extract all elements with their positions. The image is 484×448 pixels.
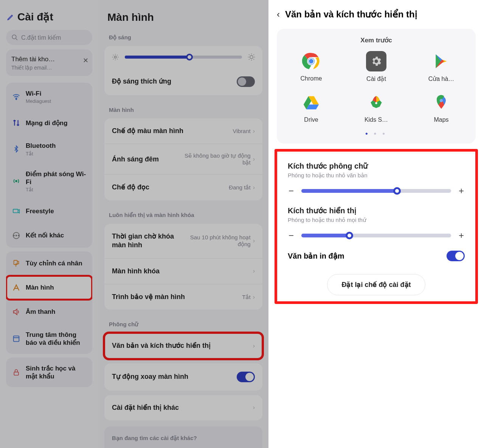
read-mode-row[interactable]: Chế độ đọc Đang tắt› (104, 174, 262, 200)
decrease-button[interactable]: − (288, 230, 295, 241)
sidebar-item-personalize[interactable]: Tùy chỉnh cá nhân (6, 251, 92, 276)
decrease-button[interactable]: − (288, 186, 295, 196)
freestyle-icon (12, 207, 20, 215)
kids-icon (366, 92, 386, 113)
sound-icon (12, 308, 20, 316)
display-size-slider-row: − + (288, 230, 465, 241)
section-aod: Luôn hiển thị và màn hình khóa (98, 205, 268, 222)
paint-icon (12, 259, 20, 268)
screen-timeout-row[interactable]: Thời gian chờ khóa màn hình Sau 10 phút … (104, 224, 262, 258)
panel-header: Màn hình (98, 0, 268, 27)
sidebar-item-sound[interactable]: Âm thanh (6, 300, 92, 324)
adaptive-brightness-row[interactable]: Độ sáng thích ứng (104, 68, 262, 95)
settings-sidebar: Cài đặt C.đặt tìm kiếm Thêm tài kho… Thi… (0, 0, 98, 448)
autorotate-row[interactable]: Tự động xoay màn hình (104, 363, 262, 391)
mobile-data-icon (12, 119, 20, 127)
adaptive-brightness-toggle[interactable] (237, 76, 255, 87)
sidebar-group-security: Sinh trắc học và mật khẩu (6, 358, 92, 388)
brightness-card: Độ sáng thích ứng (104, 46, 262, 95)
sidebar-item-notification-center[interactable]: Trung tâm thông báo và điều khiển (6, 324, 92, 354)
sidebar-group-network: Wi-FiMediaguest Mạng di động BluetoothTắ… (6, 83, 92, 248)
color-mode-row[interactable]: Chế độ màu màn hình Vibrant› (104, 118, 262, 144)
highlighted-settings-box: Kích thước phông chữ Phóng to hoặc thu n… (275, 149, 478, 304)
svg-point-12 (250, 56, 253, 59)
sun-small-icon (111, 53, 119, 61)
notification-icon (12, 335, 20, 343)
aod-card: Thời gian chờ khóa màn hình Sau 10 phút … (104, 224, 262, 310)
wifi-icon (12, 93, 20, 101)
preview-app-maps: Maps (422, 92, 460, 123)
display-size-title: Kích thước hiển thị (288, 206, 465, 215)
lockscreen-row[interactable]: Màn hình khóa › (104, 258, 262, 284)
brightness-slider-row (104, 46, 262, 68)
chevron-right-icon: › (253, 268, 255, 274)
preview-area: Xem trước Chrome Cài đặt Cửa hà… Drive K… (277, 29, 476, 144)
sidebar-item-bluetooth[interactable]: BluetoothTắt (6, 135, 92, 163)
night-light-row[interactable]: Ánh sáng đêm Sẽ không bao giờ tự động bậ… (104, 144, 262, 174)
sidebar-item-hotspot[interactable]: Điểm phát sóng Wi-FiTắt (6, 163, 92, 200)
chevron-right-icon: › (253, 184, 255, 191)
bold-text-toggle[interactable] (447, 251, 465, 261)
search-placeholder: C.đặt tìm kiếm (21, 34, 61, 41)
chevron-right-icon: › (253, 404, 255, 411)
svg-rect-10 (14, 372, 19, 375)
edit-icon (7, 13, 14, 21)
svg-point-19 (440, 99, 443, 102)
font-size-sub: Phóng to hoặc thu nhỏ văn bản (288, 172, 465, 179)
preview-app-chrome: Chrome (292, 51, 330, 82)
screensaver-row[interactable]: Trình bảo vệ màn hình Tắt› (104, 284, 262, 310)
other-display-card: Cài đặt hiển thị khác › (104, 395, 262, 420)
font-size-slider[interactable] (301, 189, 451, 193)
settings-icon (366, 51, 386, 71)
display-card: Chế độ màu màn hình Vibrant› Ánh sáng đê… (104, 118, 262, 200)
svg-point-1 (16, 99, 17, 99)
account-line2: Thiết lập email… (11, 65, 87, 71)
increase-button[interactable]: + (458, 230, 465, 241)
increase-button[interactable]: + (458, 186, 465, 196)
brightness-slider[interactable] (125, 56, 242, 59)
display-settings-panel: Màn hình Độ sáng Độ sáng thích ứng Màn h… (98, 0, 268, 448)
font-size-slider-row: − + (288, 186, 465, 196)
autorotate-toggle[interactable] (237, 372, 255, 382)
lock-icon (12, 368, 20, 377)
svg-rect-9 (14, 336, 19, 342)
text-display-size-row[interactable]: Văn bản và kích thước hiển thị › (104, 333, 262, 358)
display-size-slider[interactable] (301, 234, 451, 237)
display-size-sub: Phóng to hoặc thu nhỏ mọi thứ (288, 217, 465, 223)
other-display-row[interactable]: Cài đặt hiển thị khác › (104, 395, 262, 420)
chevron-right-icon: › (253, 343, 255, 349)
sidebar-item-freestyle[interactable]: Freestyle (6, 199, 92, 223)
chevron-right-icon: › (253, 128, 255, 135)
preview-app-grid: Chrome Cài đặt Cửa hà… Drive Kids S… Map… (281, 51, 472, 123)
panel-title: Màn hình (107, 11, 259, 23)
preview-app-playstore: Cửa hà… (422, 51, 460, 82)
sidebar-item-display[interactable]: Màn hình (6, 276, 92, 300)
display-size-setting: Kích thước hiển thị Phóng to hoặc thu nh… (288, 206, 465, 241)
chevron-right-icon: › (253, 294, 255, 301)
page-indicator: ● ● ● (281, 131, 472, 136)
back-button[interactable]: ‹ (277, 9, 280, 20)
sidebar-title: Cài đặt (17, 11, 53, 23)
font-size-setting: Kích thước phông chữ Phóng to hoặc thu n… (288, 161, 465, 196)
search-input[interactable]: C.đặt tìm kiếm (6, 30, 92, 45)
sidebar-item-other-connections[interactable]: Kết nối khác (6, 223, 92, 248)
reset-button[interactable]: Đặt lại chế độ cài đặt (327, 274, 425, 295)
preview-app-kids: Kids S… (357, 92, 395, 123)
bold-text-row[interactable]: Văn bản in đậm (288, 251, 465, 261)
close-icon[interactable]: ✕ (83, 56, 88, 65)
sidebar-item-wifi[interactable]: Wi-FiMediaguest (6, 83, 92, 111)
sidebar-group-display: Tùy chỉnh cá nhân Màn hình Âm thanh Trun… (6, 251, 92, 354)
section-display: Màn hình (98, 100, 268, 117)
sidebar-item-biometrics[interactable]: Sinh trắc học và mật khẩu (6, 358, 92, 388)
other-conn-icon (12, 231, 20, 240)
search-icon (11, 34, 18, 41)
preview-app-drive: Drive (292, 92, 330, 123)
sidebar-item-mobile-data[interactable]: Mạng di động (6, 111, 92, 135)
drive-icon (301, 92, 321, 113)
account-card[interactable]: Thêm tài kho… Thiết lập email… ✕ (6, 50, 92, 76)
playstore-icon (431, 51, 451, 71)
panel-header: ‹ Văn bản và kích thước hiển thị (268, 0, 484, 25)
chrome-icon (301, 51, 321, 71)
svg-point-0 (12, 35, 16, 39)
size-settings-card: Kích thước phông chữ Phóng to hoặc thu n… (279, 153, 473, 267)
